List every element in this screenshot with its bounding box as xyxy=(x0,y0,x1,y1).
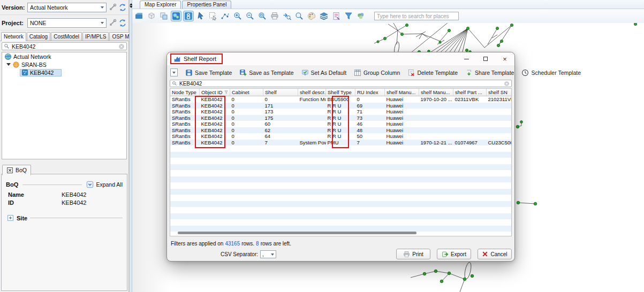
save-template-button[interactable]: Save Template xyxy=(185,69,232,76)
internet-icon[interactable] xyxy=(183,11,194,21)
version-config-button[interactable] xyxy=(108,3,117,12)
table-row[interactable]: SRanBsKEB404207System Pow...PMU7Huawei19… xyxy=(170,140,512,146)
tab-catalog[interactable]: Catalog xyxy=(27,32,50,41)
column-header-shelf-manu[interactable]: shelf Manu... xyxy=(385,89,419,96)
close-panel-icon[interactable] xyxy=(6,167,13,174)
polyline-icon[interactable] xyxy=(220,11,231,21)
legend-icon[interactable] xyxy=(331,11,342,21)
dialog-titlebar[interactable]: Shelf Report × xyxy=(167,52,514,65)
column-header-object-id[interactable]: Object ID xyxy=(200,89,230,96)
column-header-shelf-part[interactable]: shelf Part ... xyxy=(453,89,487,96)
maximize-button[interactable] xyxy=(476,52,495,65)
tab-network[interactable]: Network xyxy=(1,32,26,41)
map-overview-icon[interactable] xyxy=(355,11,366,21)
table-cell xyxy=(200,207,230,213)
pointer-icon[interactable] xyxy=(195,11,206,21)
template-select[interactable] xyxy=(170,68,178,76)
selected-tree-item[interactable]: KEB4042 xyxy=(20,69,62,76)
button-label: Share Template xyxy=(475,70,514,76)
site-section-toggle[interactable]: Site xyxy=(7,214,123,221)
filter-icon[interactable] xyxy=(343,11,354,21)
horizontal-scrollbar[interactable] xyxy=(178,232,416,234)
column-header-node-type[interactable]: Node Type xyxy=(170,89,200,96)
layers-icon[interactable] xyxy=(319,11,329,21)
column-header-cabinet[interactable]: Cabinet xyxy=(230,89,263,96)
table-cell xyxy=(263,182,298,189)
cube-3d-icon[interactable] xyxy=(146,11,157,21)
column-header-shelf-descr[interactable]: shelf descr... xyxy=(298,89,326,96)
delete-template-button[interactable]: Delete Template xyxy=(407,69,458,76)
table-row[interactable]: SRanBsKEB40420175R R U73Huawei xyxy=(170,115,512,121)
expand-all-label: Expand All xyxy=(96,181,123,188)
zoom-fit-icon[interactable] xyxy=(257,11,268,21)
zoom-out-icon[interactable] xyxy=(245,11,255,21)
table-cell xyxy=(355,226,385,232)
places-search-input[interactable] xyxy=(374,12,459,20)
open-map-icon[interactable] xyxy=(134,11,145,21)
minimize-button[interactable] xyxy=(457,52,476,65)
set-as-default-button[interactable]: Set As Default xyxy=(301,69,347,76)
save-as-template-button[interactable]: Save as Template xyxy=(239,69,293,76)
table-row[interactable]: SRanBsKEB40420173R R U71Huawei xyxy=(170,109,512,115)
network-search-input[interactable]: KEB4042 xyxy=(2,42,127,50)
project-select[interactable]: NONE xyxy=(27,18,107,28)
project-refresh-button[interactable] xyxy=(118,18,127,27)
table-cell: KEB4042 xyxy=(200,96,230,103)
share-template-button[interactable]: Share Template xyxy=(465,69,514,76)
clear-search-icon[interactable] xyxy=(504,81,510,87)
print-map-icon[interactable] xyxy=(269,11,280,21)
csv-separator-select[interactable]: , xyxy=(260,250,276,258)
tree-expander-icon[interactable] xyxy=(6,63,11,68)
select-area-icon[interactable] xyxy=(208,11,218,21)
table-cell: 64 xyxy=(263,133,298,140)
copy-view-icon[interactable] xyxy=(158,11,169,21)
search-map-icon[interactable] xyxy=(294,11,305,21)
column-header-shelf-type[interactable]: Shelf Type xyxy=(326,89,355,96)
clear-search-icon[interactable] xyxy=(118,43,125,50)
column-header-shelf[interactable]: Shelf xyxy=(263,89,298,96)
tab-costmodel[interactable]: CostModel xyxy=(51,32,82,41)
divider xyxy=(30,218,123,218)
palette-icon[interactable] xyxy=(306,11,317,21)
report-search-input[interactable]: KEB4042 xyxy=(170,80,512,87)
boq-tab[interactable]: BoQ xyxy=(2,165,31,175)
table-row[interactable]: SRanBsKEB404200Function Mo...BBU59000Hua… xyxy=(170,96,512,103)
column-header-shelf-manu[interactable]: shelf Manu... xyxy=(419,89,453,96)
tree-item-keb4042[interactable]: KEB4042 xyxy=(2,68,126,76)
table-cell: 0 xyxy=(230,109,263,115)
cancel-button[interactable]: Cancel xyxy=(478,249,512,259)
go-search-icon[interactable] xyxy=(282,11,292,21)
expand-all-button[interactable]: Expand All xyxy=(86,181,123,188)
group-column-button[interactable]: Group Column xyxy=(354,69,400,76)
map-view-icon[interactable] xyxy=(171,11,181,21)
version-select[interactable]: Actual Network xyxy=(27,3,107,12)
tree-item-actual-network[interactable]: Actual Network xyxy=(2,52,126,60)
tab-ip-mpls[interactable]: IP/MPLS xyxy=(82,32,109,41)
table-cell: KEB4042 xyxy=(200,115,230,121)
table-row[interactable]: SRanBsKEB4042060R R U46Huawei xyxy=(170,121,512,127)
table-row[interactable]: SRanBsKEB4042062R R U48Huawei xyxy=(170,127,512,134)
zoom-in-icon[interactable] xyxy=(232,11,243,21)
column-filter-icon[interactable] xyxy=(224,90,229,95)
tree-item-sran-bs[interactable]: SRAN-BS xyxy=(2,60,126,68)
table-cell xyxy=(385,201,419,208)
column-header-shelf-sn[interactable]: shelf SN xyxy=(487,89,512,96)
table-cell xyxy=(326,201,355,208)
scheduler-template-button[interactable]: Scheduler Template xyxy=(521,69,581,76)
close-button[interactable]: × xyxy=(495,52,514,65)
table-filler-row xyxy=(170,189,512,195)
expand-plus-icon[interactable] xyxy=(7,214,14,221)
project-config-button[interactable] xyxy=(108,18,117,27)
table-row[interactable]: SRanBsKEB40420171R R U69Huawei xyxy=(170,103,512,109)
export-button[interactable]: Export xyxy=(437,249,471,259)
table-filler-row xyxy=(170,213,512,220)
tab-properties-panel[interactable]: Properties Panel xyxy=(182,1,231,9)
table-row[interactable]: SRanBsKEB4042064R R U50Huawei xyxy=(170,133,512,140)
version-refresh-button[interactable] xyxy=(118,3,127,12)
print-button[interactable]: Print xyxy=(396,249,430,259)
table-cell xyxy=(230,164,263,171)
table-cell xyxy=(385,164,419,171)
tab-map-explorer[interactable]: Map Explorer xyxy=(140,1,181,9)
column-header-ru-index[interactable]: RU Index xyxy=(355,89,385,96)
table-cell: SRanBs xyxy=(170,96,200,103)
